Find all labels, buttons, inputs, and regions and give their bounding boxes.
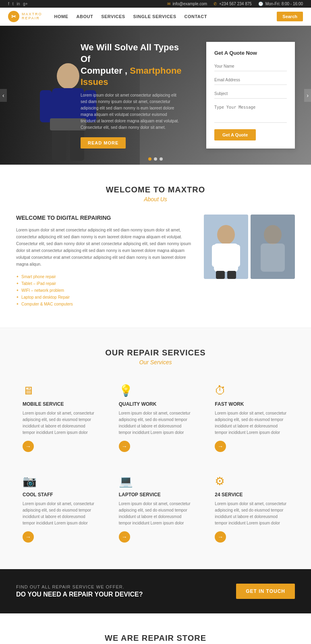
service-title-0: Mobile Service: [23, 401, 96, 407]
email-icon: ✉: [167, 2, 170, 6]
cta-band: Find out all repair service we offer. Do…: [0, 569, 311, 613]
hero-cta-button[interactable]: Read More: [81, 137, 126, 149]
service-title-4: Laptop Service: [119, 492, 193, 497]
svg-point-8: [217, 225, 235, 244]
twitter-icon[interactable]: t: [12, 2, 14, 6]
service-text-4: Lorem ipsum dolor sit amet, consectetur …: [119, 501, 193, 526]
quote-form-title: Get A Quote Now: [214, 50, 287, 56]
service-text-5: Lorem ipsum dolor sit amet, consectetur …: [215, 501, 288, 526]
nav-home[interactable]: HOME: [54, 14, 68, 19]
svg-rect-10: [212, 245, 220, 267]
search-button[interactable]: Search: [277, 12, 303, 21]
about-image-2: [251, 215, 295, 279]
gplus-icon[interactable]: g+: [23, 2, 27, 6]
person1-svg: [204, 215, 248, 279]
person2-svg: [251, 215, 295, 279]
service-card-2: ⏱ Fast Work Lorem ipsum dolor sit amet, …: [208, 378, 295, 458]
svg-point-15: [264, 225, 282, 244]
why-section: WE ARE REPAIR STORE Why Choose 27 Years …: [0, 613, 311, 644]
email-info: ✉ info@example.com: [167, 2, 207, 6]
navbar: ✂ MAXTRO REPAIR HOME ABOUT SERVICES SING…: [0, 8, 311, 26]
service-icon-1: 💡: [119, 384, 193, 397]
hero-next-button[interactable]: ›: [304, 89, 311, 102]
svg-rect-16: [261, 244, 285, 272]
hero-section: ‹ We Will Solve All Types Of Computer , …: [0, 26, 311, 165]
hero-body: Lorem ipsum dolor sit amet consectetur a…: [81, 92, 182, 131]
service-icon-3: 📷: [23, 475, 96, 488]
services-section-title: OUR REPAIR SERVICES: [16, 348, 295, 357]
logo-icon: ✂: [8, 11, 19, 22]
service-card-3: 📷 Cool Staff Lorem ipsum dolor sit amet,…: [16, 468, 103, 549]
list-item: Laptop and desktop Repair: [16, 294, 192, 301]
svg-rect-13: [227, 271, 236, 279]
nav-contact[interactable]: CONTACT: [185, 14, 207, 19]
about-inner: WELCOME TO DIGITAL REPAIRING Lorem ipsum…: [16, 215, 295, 308]
service-card-4: 💻 Laptop Service Lorem ipsum dolor sit a…: [112, 468, 199, 549]
hero-prev-button[interactable]: ‹: [0, 89, 7, 102]
services-section-subtitle: Our Services: [16, 359, 295, 365]
service-arrow-4[interactable]: →: [119, 531, 130, 543]
nav-single-services[interactable]: SINGLE SERVICES: [133, 14, 176, 19]
service-icon-0: 🖥: [23, 384, 96, 397]
cta-button[interactable]: Get In Touch: [236, 584, 295, 599]
phone-info: ✆ +234 567 234 875: [214, 2, 252, 6]
quote-submit-button[interactable]: Get A Quote: [214, 129, 256, 140]
services-grid: 🖥 Mobile Service Lorem ipsum dolor sit a…: [16, 378, 295, 549]
clock-icon: 🕐: [258, 2, 263, 6]
service-title-2: Fast Work: [215, 401, 288, 407]
service-arrow-3[interactable]: →: [23, 531, 34, 543]
svg-rect-11: [232, 245, 240, 267]
about-section-subtitle: About Us: [16, 196, 295, 202]
service-icon-5: ⚙: [215, 475, 288, 488]
service-text-0: Lorem ipsum dolor sit amet, consectetur …: [23, 410, 96, 436]
service-text-1: Lorem ipsum dolor sit amet, consectetur …: [119, 410, 193, 436]
about-list: Smart phone repair Tablet – iPad repair …: [16, 273, 192, 308]
list-item: Tablet – iPad repair: [16, 280, 192, 287]
about-left: WELCOME TO DIGITAL REPAIRING Lorem ipsum…: [16, 215, 192, 308]
cta-text: Find out all repair service we offer. Do…: [16, 584, 143, 598]
hero-content: We Will Solve All Types Of Computer , Sm…: [81, 42, 182, 148]
contact-info: ✉ info@example.com ✆ +234 567 234 875 🕐 …: [167, 2, 303, 6]
service-arrow-1[interactable]: →: [119, 441, 130, 452]
hero-dot-3[interactable]: [160, 157, 163, 161]
service-title-5: 24 Service: [215, 492, 288, 497]
hero-dot-2[interactable]: [154, 157, 157, 161]
list-item: Computer & MAC computers: [16, 301, 192, 308]
quote-subject-input[interactable]: [214, 89, 287, 99]
quote-form: Get A Quote Now Get A Quote: [206, 42, 295, 149]
quote-name-input[interactable]: [214, 62, 287, 71]
about-image-1: [204, 215, 248, 279]
service-arrow-2[interactable]: →: [215, 441, 226, 452]
hours-info: 🕐 Mon-Fri: 8:00 - 16:00: [258, 2, 303, 6]
nav-about[interactable]: ABOUT: [77, 14, 93, 19]
list-item: Smart phone repair: [16, 273, 192, 280]
hero-dots: [148, 157, 163, 161]
about-heading: WELCOME TO DIGITAL REPAIRING: [16, 215, 192, 221]
quote-email-input[interactable]: [214, 75, 287, 85]
linkedin-icon[interactable]: in: [17, 2, 20, 6]
top-bar: f t in g+ ✉ info@example.com ✆ +234 567 …: [0, 0, 311, 8]
about-section-title: WELCOME TO MAXTRO: [16, 185, 295, 194]
list-item: WIFI – network problem: [16, 287, 192, 294]
about-section: WELCOME TO MAXTRO About Us WELCOME TO DI…: [0, 165, 311, 328]
logo[interactable]: ✂ MAXTRO REPAIR: [8, 11, 42, 22]
hero-dot-1[interactable]: [148, 157, 151, 161]
nav-services[interactable]: SERVICES: [101, 14, 125, 19]
social-links[interactable]: f t in g+: [8, 2, 28, 6]
svg-rect-2: [40, 90, 52, 122]
about-body: Lorem ipsum dolor sit amet consectetur a…: [16, 227, 192, 268]
svg-rect-4: [52, 128, 66, 161]
service-title-1: Quality Work: [119, 401, 193, 407]
quote-message-input[interactable]: [214, 103, 287, 123]
svg-point-0: [57, 63, 79, 89]
service-arrow-5[interactable]: →: [215, 531, 226, 543]
logo-text: MAXTRO REPAIR: [22, 12, 42, 21]
facebook-icon[interactable]: f: [8, 2, 9, 6]
service-arrow-0[interactable]: →: [23, 441, 34, 452]
svg-rect-12: [216, 271, 225, 279]
cta-big-text: Do you need a repair your device?: [16, 591, 143, 598]
service-card-5: ⚙ 24 Service Lorem ipsum dolor sit amet,…: [208, 468, 295, 549]
service-title-3: Cool Staff: [23, 492, 96, 497]
service-card-0: 🖥 Mobile Service Lorem ipsum dolor sit a…: [16, 378, 103, 458]
about-images: [204, 215, 295, 308]
